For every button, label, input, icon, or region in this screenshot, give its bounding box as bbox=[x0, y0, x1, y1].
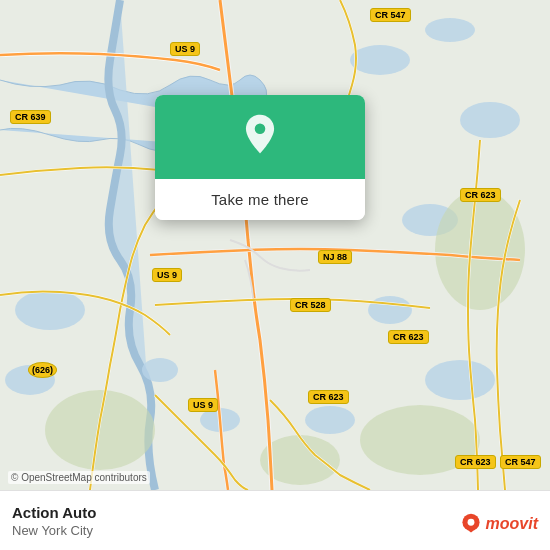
svg-point-3 bbox=[350, 45, 410, 75]
road-badge-cr623-right: CR 623 bbox=[460, 188, 501, 202]
moovit-logo-icon bbox=[459, 512, 483, 536]
svg-point-18 bbox=[467, 519, 474, 526]
popup-card: Take me there bbox=[155, 95, 365, 220]
road-badge-us9-top: US 9 bbox=[170, 42, 200, 56]
svg-point-13 bbox=[45, 390, 155, 470]
osm-attribution: © OpenStreetMap contributors bbox=[8, 471, 150, 484]
road-badge-cr547-corner: CR 547 bbox=[500, 455, 541, 469]
road-badge-nj88: NJ 88 bbox=[318, 250, 352, 264]
svg-point-5 bbox=[460, 102, 520, 138]
road-badge-us9-mid: US 9 bbox=[152, 268, 182, 282]
road-badge-cr528: CR 528 bbox=[290, 298, 331, 312]
moovit-logo: moovit bbox=[459, 512, 538, 536]
svg-point-11 bbox=[305, 406, 355, 434]
road-badge-cr623-far: CR 623 bbox=[455, 455, 496, 469]
svg-point-9 bbox=[142, 358, 178, 382]
svg-point-1 bbox=[15, 290, 85, 330]
svg-point-8 bbox=[425, 360, 495, 400]
map-svg bbox=[0, 0, 550, 490]
svg-point-7 bbox=[368, 296, 412, 324]
road-badge-cr623-mid: CR 623 bbox=[388, 330, 429, 344]
svg-point-4 bbox=[425, 18, 475, 42]
road-badge-cr639: CR 639 bbox=[10, 110, 51, 124]
map-container: CR 547 US 9 CR 639 CR 623 NJ 88 US 9 CR … bbox=[0, 0, 550, 490]
road-badge-cr547: CR 547 bbox=[370, 8, 411, 22]
popup-header bbox=[155, 95, 365, 179]
road-badge-cr626: (626) bbox=[28, 362, 57, 378]
svg-point-12 bbox=[435, 190, 525, 310]
moovit-logo-text: moovit bbox=[486, 515, 538, 533]
road-badge-cr623-bot: CR 623 bbox=[308, 390, 349, 404]
take-me-there-button[interactable]: Take me there bbox=[155, 179, 365, 220]
svg-point-16 bbox=[255, 124, 266, 135]
bottom-bar: Action Auto New York City moovit bbox=[0, 490, 550, 550]
road-badge-us9-bot: US 9 bbox=[188, 398, 218, 412]
location-pin-icon bbox=[238, 113, 282, 157]
